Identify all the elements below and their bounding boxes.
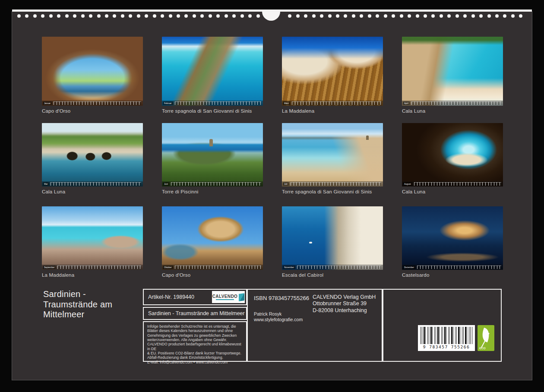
thumbnail-august: August Cala Luna xyxy=(402,123,503,194)
thumbnail-march: März La Maddalena xyxy=(282,37,383,114)
month-strip: September xyxy=(42,265,143,270)
calvendo-logo-tagline xyxy=(216,299,234,300)
eco-label: eco xyxy=(479,346,486,350)
calendar-back-cover: Januar Capo d'Orso Februar Torre spagnol… xyxy=(0,0,544,392)
barcode-number: 9 783457 755266 xyxy=(421,344,472,350)
hanger-hole xyxy=(262,12,280,21)
day-cells xyxy=(171,182,261,186)
thumbnail-caption: Capo d'Orso xyxy=(42,108,143,114)
publisher-address: CALVENDO Verlag GmbH Ottobrunner Straße … xyxy=(313,294,376,314)
month-label: August xyxy=(403,182,412,186)
day-cells xyxy=(175,101,261,105)
day-cells xyxy=(414,182,501,186)
day-cells xyxy=(291,182,381,186)
photo-torre-spagnola-beach: Juli xyxy=(282,123,383,187)
photo-castelsardo-night: Dezember xyxy=(402,206,503,270)
article-number-box: Artikel-Nr. 1989440 CALVENDO xyxy=(143,289,247,305)
month-strip: April xyxy=(402,101,503,106)
thumbnail-caption: Cala Luna xyxy=(402,189,503,194)
thumbnail-caption: Escala del Cabirol xyxy=(282,272,383,278)
month-label: Juni xyxy=(163,182,169,186)
thumbnail-october: Oktober Capo d'Orso xyxy=(162,206,263,278)
month-strip: Mai xyxy=(42,181,143,187)
calvendo-logo: CALVENDO xyxy=(212,291,245,303)
month-label: Oktober xyxy=(163,266,173,269)
month-label: März xyxy=(283,101,290,105)
day-cells xyxy=(417,266,501,269)
thumbnail-caption: Cala Luna xyxy=(402,108,503,114)
month-label: April xyxy=(403,101,410,105)
calendar-title-box: Sardinien - Traumstrände am Mittelmeer xyxy=(143,307,247,320)
month-label: Januar xyxy=(43,101,52,105)
day-cells xyxy=(175,266,261,269)
thumbnail-december: Dezember Castelsardo xyxy=(402,206,503,278)
day-cells xyxy=(411,101,501,105)
thumbnail-caption: Torre spagnola di San Giovanni di Sinis xyxy=(162,108,263,114)
thumbnail-caption: La Maddalena xyxy=(282,108,383,114)
thumbnail-caption: Torre spagnola di San Giovanni di Sinis xyxy=(282,189,383,194)
day-cells xyxy=(297,266,381,269)
ean-barcode: 9 783457 755266 xyxy=(418,325,475,351)
thumbnail-caption: Capo d'Orso xyxy=(162,272,263,278)
month-label: November xyxy=(283,266,295,269)
thumbnail-caption: Cala Luna xyxy=(42,189,143,194)
photo-torre-di-piscinni: Juni xyxy=(162,123,263,187)
day-cells xyxy=(292,101,381,105)
photo-cala-luna-cave: August xyxy=(402,123,503,187)
article-number: Artikel-Nr. 1989440 xyxy=(148,290,194,304)
photo-cala-luna-headland: Mai xyxy=(42,123,143,187)
photo-capo-dorso: Januar xyxy=(42,37,143,106)
month-label: September xyxy=(43,266,56,269)
thumbnail-caption: La Maddalena xyxy=(42,272,143,278)
thumbnail-june: Juni Torre di Piscinni xyxy=(162,123,263,194)
month-strip: Januar xyxy=(42,101,143,106)
barcode-bars xyxy=(421,327,472,344)
month-label: Juli xyxy=(283,182,289,186)
calendar-title-line: Sardinien - Traumstrände am Mittelmeer xyxy=(148,308,245,319)
month-strip: Februar xyxy=(162,101,263,106)
month-strip: Juni xyxy=(162,181,263,187)
month-label: Mai xyxy=(43,182,49,186)
photo-escala-del-cabirol: November xyxy=(282,206,383,270)
legal-notice: Infolge bestehender Schutzrechte ist es … xyxy=(147,324,244,364)
photographer-credit: Patrick Rosyk www.stylefotografie.com xyxy=(254,311,303,322)
thumbnail-may: Mai Cala Luna xyxy=(42,123,143,194)
calvendo-logo-text: CALVENDO xyxy=(212,294,238,299)
thumbnail-caption: Torre di Piscinni xyxy=(162,189,263,194)
photo-torre-spagnola-aerial: Februar xyxy=(162,37,263,106)
month-label: Dezember xyxy=(403,266,415,269)
thumbnail-january: Januar Capo d'Orso xyxy=(42,37,143,114)
isbn: ISBN 9783457755266 xyxy=(254,295,309,301)
month-strip: Dezember xyxy=(402,265,503,270)
month-strip: März xyxy=(282,101,383,106)
leaf-icon xyxy=(480,328,491,342)
month-strip: Juli xyxy=(282,181,383,187)
month-label: Februar xyxy=(163,101,173,105)
eco-badge: eco xyxy=(478,325,494,351)
day-cells xyxy=(57,266,141,269)
thumbnail-february: Februar Torre spagnola di San Giovanni d… xyxy=(162,37,263,114)
month-strip: November xyxy=(282,265,383,270)
legal-notice-box: Infolge bestehender Schutzrechte ist es … xyxy=(143,321,247,362)
calvendo-book-icon xyxy=(239,293,244,301)
thumbnail-november: November Escala del Cabirol xyxy=(282,206,383,278)
calvendo-logo-text-wrap: CALVENDO xyxy=(212,294,238,300)
thumbnail-september: September La Maddalena xyxy=(42,206,143,278)
month-strip: August xyxy=(402,181,503,187)
photo-cala-luna-beach: April xyxy=(402,37,503,106)
barcode-box: 9 783457 755266 eco xyxy=(383,289,502,362)
month-strip: Oktober xyxy=(162,265,263,270)
thumbnail-july: Juli Torre spagnola di San Giovanni di S… xyxy=(282,123,383,194)
photo-capo-dorso-bear-rock: Oktober xyxy=(162,206,263,270)
day-cells xyxy=(54,101,141,105)
thumbnail-caption: Castelsardo xyxy=(402,272,503,278)
calendar-page: Januar Capo d'Orso Februar Torre spagnol… xyxy=(12,12,532,380)
thumbnail-april: April Cala Luna xyxy=(402,37,503,114)
photo-la-maddalena-boulders: März xyxy=(282,37,383,106)
day-cells xyxy=(51,182,141,186)
isbn-publisher-box: ISBN 9783457755266 CALVENDO Verlag GmbH … xyxy=(247,289,383,362)
calendar-title: Sardinien - Traumstrände am Mittelmeer xyxy=(43,289,142,320)
photo-la-maddalena-rocks: September xyxy=(42,206,143,270)
